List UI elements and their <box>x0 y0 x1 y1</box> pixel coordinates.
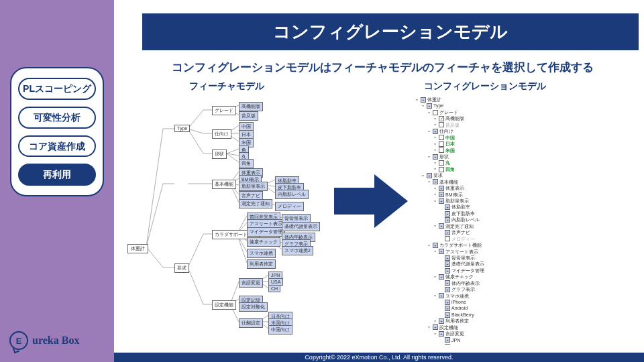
tree-item[interactable]: +音声ナビ <box>415 229 555 235</box>
tree-item[interactable]: ▾+仕向け <box>415 128 555 134</box>
tree-item[interactable]: +骨骨量表示 <box>415 255 555 261</box>
expand-icon[interactable]: ▾ <box>433 331 437 337</box>
tree-item[interactable]: +グラフ表示 <box>415 286 555 292</box>
tree-item[interactable]: ▾+スマホ連携 <box>415 293 555 299</box>
checkbox-icon[interactable]: + <box>427 173 432 178</box>
checkbox-icon[interactable]: + <box>445 306 450 311</box>
tree-item[interactable]: +BlackBerry <box>415 312 555 318</box>
checkbox-icon[interactable]: + <box>439 186 444 191</box>
checkbox-icon[interactable]: + <box>445 261 450 267</box>
checkbox-icon[interactable] <box>439 160 444 166</box>
tree-item[interactable]: +体脂肪率 <box>415 204 555 210</box>
checkbox-icon[interactable] <box>439 147 444 153</box>
tree-item[interactable]: ▾グレード <box>415 109 555 115</box>
tree-item[interactable]: +マイデータ管理 <box>415 267 555 274</box>
tree-item[interactable]: ▾+Type <box>415 103 555 109</box>
expand-icon[interactable]: ▾ <box>427 110 431 115</box>
tree-item[interactable]: ▾+測定完了通知 <box>415 223 555 229</box>
checkbox-icon[interactable]: + <box>439 274 444 280</box>
tree-item[interactable]: ▾米国 <box>415 147 555 154</box>
tree-item[interactable]: メロディー <box>415 236 555 242</box>
tree-item[interactable]: ▾丸 <box>415 160 555 166</box>
checkbox-icon[interactable]: + <box>445 255 450 261</box>
tree-item[interactable]: ▾普及版 <box>415 122 555 128</box>
checkbox-icon[interactable]: + <box>445 230 450 235</box>
expand-icon[interactable]: ▾ <box>427 154 431 160</box>
expand-icon[interactable]: ▾ <box>433 141 437 147</box>
expand-icon[interactable]: ▾ <box>433 293 437 298</box>
checkbox-icon[interactable]: + <box>445 344 450 345</box>
checkbox-icon[interactable] <box>439 141 444 147</box>
tree-item[interactable]: +体内年齢表示 <box>415 280 555 286</box>
checkbox-icon[interactable]: + <box>445 300 450 305</box>
checkbox-icon[interactable]: + <box>439 198 444 204</box>
checkbox-icon[interactable]: + <box>439 192 444 197</box>
checkbox-icon[interactable]: + <box>445 204 450 210</box>
expand-icon[interactable]: ▾ <box>433 249 437 254</box>
checkbox-icon[interactable] <box>439 135 444 140</box>
tree-item[interactable]: ▾+体重計 <box>415 97 555 103</box>
expand-icon[interactable]: ▾ <box>433 318 437 324</box>
tree-item[interactable]: ▾+カラダサポート機能 <box>415 242 555 248</box>
expand-icon[interactable]: ▾ <box>421 103 425 109</box>
checkbox-icon[interactable]: + <box>445 268 450 274</box>
expand-icon[interactable]: ▾ <box>433 223 437 229</box>
checkbox-icon[interactable]: + <box>445 337 450 343</box>
checkbox-icon[interactable]: + <box>445 211 450 217</box>
nav-item-scoping[interactable]: PLスコーピング <box>18 78 96 100</box>
checkbox-icon[interactable]: + <box>427 103 432 109</box>
expand-icon[interactable]: ▾ <box>433 122 437 127</box>
expand-icon[interactable]: ▾ <box>433 147 437 153</box>
checkbox-icon[interactable]: + <box>433 324 438 330</box>
checkbox-icon[interactable]: + <box>439 293 444 298</box>
expand-icon[interactable]: ▾ <box>421 173 425 178</box>
expand-icon[interactable]: ▾ <box>433 274 437 280</box>
tree-item[interactable]: ▾+要求 <box>415 172 555 178</box>
tree-item[interactable]: +Android <box>415 305 555 311</box>
tree-item[interactable]: ▾+アスリート表示 <box>415 249 555 255</box>
tree-item[interactable]: ▾+形状 <box>415 154 555 160</box>
checkbox-icon[interactable]: + <box>433 154 438 160</box>
checkbox-icon[interactable] <box>433 110 438 115</box>
checkbox-icon[interactable]: + <box>433 243 438 248</box>
checkbox-icon[interactable] <box>439 122 444 127</box>
tree-item[interactable]: ▾中国 <box>415 135 555 141</box>
tree-item[interactable]: +JPN <box>415 337 555 343</box>
checkbox-icon[interactable]: + <box>439 318 444 324</box>
checkbox-icon[interactable]: + <box>421 97 426 103</box>
checkbox-icon[interactable]: + <box>445 312 450 318</box>
tree-item[interactable]: ▾+基本機能 <box>415 179 555 185</box>
tree-item[interactable]: ▾四角 <box>415 166 555 172</box>
tree-item[interactable]: +基礎代謝量表示 <box>415 261 555 267</box>
tree-item[interactable]: +内脂肪レベル <box>415 217 555 223</box>
tree-item[interactable]: ▾✓高機能版 <box>415 115 555 121</box>
checkbox-icon[interactable]: + <box>445 217 450 223</box>
expand-icon[interactable]: ▾ <box>433 116 437 121</box>
expand-icon[interactable]: ▾ <box>427 129 431 134</box>
expand-icon[interactable]: ▾ <box>433 135 437 140</box>
tree-item[interactable]: ▾+脂肪量表示 <box>415 198 555 204</box>
expand-icon[interactable]: ▾ <box>427 243 431 248</box>
nav-item-reuse[interactable]: 再利用 <box>18 164 96 186</box>
checkbox-icon[interactable]: + <box>433 129 438 134</box>
nav-item-core-asset[interactable]: コア資産作成 <box>18 135 96 158</box>
expand-icon[interactable]: ▾ <box>433 186 437 191</box>
checkbox-icon[interactable]: + <box>439 223 444 229</box>
tree-item[interactable]: ▾+BMI表示 <box>415 192 555 198</box>
checkbox-icon[interactable] <box>445 236 450 241</box>
checkbox-icon[interactable] <box>439 167 444 172</box>
tree-item[interactable]: ▾+健康チェック <box>415 274 555 280</box>
checkbox-icon[interactable]: + <box>445 287 450 292</box>
expand-icon[interactable]: ▾ <box>433 160 437 166</box>
tree-item[interactable]: +iPhone <box>415 299 555 305</box>
expand-icon[interactable]: ▾ <box>433 192 437 197</box>
checkbox-icon[interactable]: + <box>445 280 450 286</box>
nav-item-variability[interactable]: 可変性分析 <box>18 107 96 129</box>
expand-icon[interactable]: ▾ <box>433 166 437 172</box>
expand-icon[interactable]: ▾ <box>433 198 437 204</box>
tree-item[interactable]: ▾+利用者推定 <box>415 318 555 324</box>
checkbox-icon[interactable]: + <box>439 249 444 254</box>
checkbox-icon[interactable]: + <box>439 331 444 337</box>
checkbox-icon[interactable]: + <box>433 179 438 184</box>
tree-item[interactable]: ▾+体重表示 <box>415 185 555 191</box>
